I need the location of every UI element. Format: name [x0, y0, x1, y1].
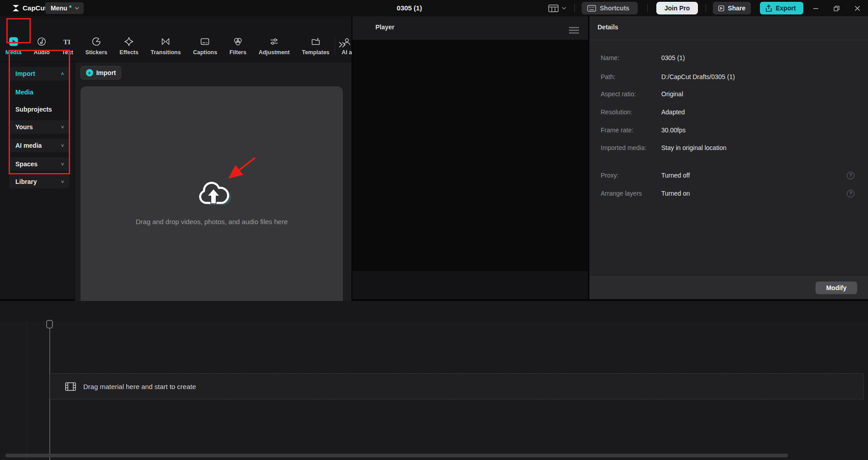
- share-button[interactable]: Share: [713, 2, 751, 14]
- project-title: 0305 (1): [362, 0, 457, 16]
- chevron-down-icon: ˅: [61, 143, 64, 148]
- detail-label: Proxy:: [601, 172, 659, 179]
- tab-media[interactable]: Media: [5, 36, 21, 56]
- effects-icon: [124, 36, 134, 47]
- playhead-handle[interactable]: [46, 320, 53, 329]
- detail-value: D:/CapCut Drafts/0305 (1): [661, 73, 735, 80]
- tab-transitions[interactable]: Transitions: [151, 36, 181, 56]
- menu-button[interactable]: Menu: [45, 2, 84, 14]
- ribbon-tab-bar: Media Audio TI Text Stickers: [5, 36, 352, 61]
- sidebar-item-spaces[interactable]: Spaces ˅: [9, 157, 69, 171]
- export-button[interactable]: Export: [760, 2, 803, 14]
- menu-label: Menu: [51, 5, 67, 12]
- transitions-icon: [161, 36, 171, 47]
- detail-label: Imported media:: [601, 144, 659, 151]
- restore-icon: [834, 5, 840, 11]
- capcut-window: CapCut Menu 0305 (1) Shortcuts Joi: [0, 0, 868, 460]
- detail-value: 0305 (1): [661, 54, 685, 61]
- detail-label: Name:: [601, 54, 659, 61]
- help-icon[interactable]: ?: [847, 172, 854, 179]
- chevron-up-icon: ˄: [61, 71, 64, 76]
- tab-templates[interactable]: Templates: [302, 36, 329, 56]
- tab-audio[interactable]: Audio: [33, 36, 49, 56]
- player-video-area: [352, 40, 588, 271]
- audio-icon: [37, 36, 47, 47]
- sidebar-item-subprojects[interactable]: Subprojects: [9, 103, 69, 116]
- detail-label: Resolution:: [601, 108, 659, 116]
- tab-stickers[interactable]: Stickers: [85, 36, 108, 56]
- share-icon: [718, 5, 724, 12]
- sidebar-item-media[interactable]: Media: [9, 85, 69, 99]
- detail-value: Stay in original location: [661, 144, 726, 151]
- chevron-down-icon: ˅: [61, 179, 64, 184]
- stickers-icon: [91, 36, 101, 47]
- join-pro-label: Join Pro: [664, 5, 690, 12]
- timeline-drop-hint: Drag material here and start to create: [83, 383, 196, 390]
- keyboard-icon: [587, 5, 596, 12]
- dropzone-hint: Drag and drop videos, photos, and audio …: [81, 218, 343, 225]
- double-chevron-right-icon[interactable]: [338, 42, 346, 48]
- tab-filters[interactable]: Filters: [229, 36, 247, 56]
- plus-icon: +: [86, 69, 93, 76]
- timeline-dropzone[interactable]: Drag material here and start to create: [50, 373, 864, 399]
- detail-value: Original: [661, 90, 683, 98]
- restore-button[interactable]: [829, 0, 844, 16]
- sidebar-item-library[interactable]: Library ˅: [9, 175, 69, 188]
- player-title: Player: [375, 23, 394, 31]
- details-header-divider: [589, 40, 868, 40]
- filters-icon: [233, 36, 243, 47]
- layout-chevron-down-icon[interactable]: [562, 7, 566, 9]
- minimize-icon: [813, 5, 819, 11]
- titlebar-divider: [574, 4, 575, 12]
- detail-value: Turned off: [661, 172, 690, 179]
- brand-name: CapCut: [23, 0, 47, 16]
- title-bar: CapCut Menu 0305 (1) Shortcuts Joi: [0, 0, 868, 16]
- sidebar-item-ai-media[interactable]: AI media ˅: [9, 139, 69, 152]
- minimize-button[interactable]: [808, 0, 823, 16]
- film-icon: [65, 382, 76, 391]
- text-icon: TI: [62, 36, 72, 47]
- media-library-panel: Media Audio TI Text Stickers: [0, 16, 351, 299]
- modify-button[interactable]: Modify: [816, 282, 857, 294]
- detail-label: Arrange layers: [601, 190, 659, 197]
- tab-adjustment[interactable]: Adjustment: [259, 36, 290, 56]
- close-button[interactable]: [849, 0, 865, 16]
- shortcuts-button[interactable]: Shortcuts: [582, 2, 638, 14]
- shortcuts-label: Shortcuts: [600, 5, 629, 12]
- captions-icon: [200, 36, 210, 47]
- ribbon-divider: [335, 37, 335, 55]
- hamburger-menu-icon[interactable]: [569, 27, 579, 34]
- detail-label: Path:: [601, 73, 659, 80]
- player-controls: 00:00:00:00 00:00:00:00: [352, 271, 588, 299]
- templates-icon: [311, 36, 321, 47]
- chevron-down-icon: ˅: [61, 125, 64, 130]
- detail-label: Aspect ratio:: [601, 90, 659, 98]
- import-button[interactable]: + Import: [81, 66, 121, 80]
- chevron-down-icon: ˅: [61, 162, 64, 167]
- export-icon: [765, 5, 772, 12]
- sidebar-item-yours[interactable]: Yours ˅: [9, 120, 69, 134]
- export-label: Export: [776, 5, 796, 12]
- chevron-down-icon: [75, 7, 79, 9]
- menu-badge-dot: [69, 5, 71, 8]
- timeline-toolbar: [0, 301, 868, 321]
- layout-icon[interactable]: [548, 5, 559, 12]
- svg-text:TI: TI: [63, 38, 71, 46]
- sidebar-item-import[interactable]: Import ˄: [9, 67, 69, 80]
- detail-value: Adapted: [661, 108, 685, 116]
- tab-text[interactable]: TI Text: [62, 36, 73, 56]
- tab-captions[interactable]: Captions: [193, 36, 217, 56]
- help-icon[interactable]: ?: [847, 190, 854, 197]
- cloud-upload-icon: [194, 177, 232, 209]
- details-title: Details: [598, 23, 618, 31]
- capcut-logo-icon: [12, 4, 20, 12]
- detail-value: 30.00fps: [661, 127, 686, 134]
- titlebar-divider: [706, 4, 706, 12]
- tab-effects[interactable]: Effects: [119, 36, 138, 56]
- join-pro-button[interactable]: Join Pro: [656, 2, 698, 14]
- media-icon: [8, 36, 19, 47]
- close-icon: [854, 5, 860, 11]
- detail-label: Frame rate:: [601, 127, 659, 134]
- timeline-left-divider: [27, 321, 27, 460]
- horizontal-scrollbar[interactable]: [5, 454, 788, 457]
